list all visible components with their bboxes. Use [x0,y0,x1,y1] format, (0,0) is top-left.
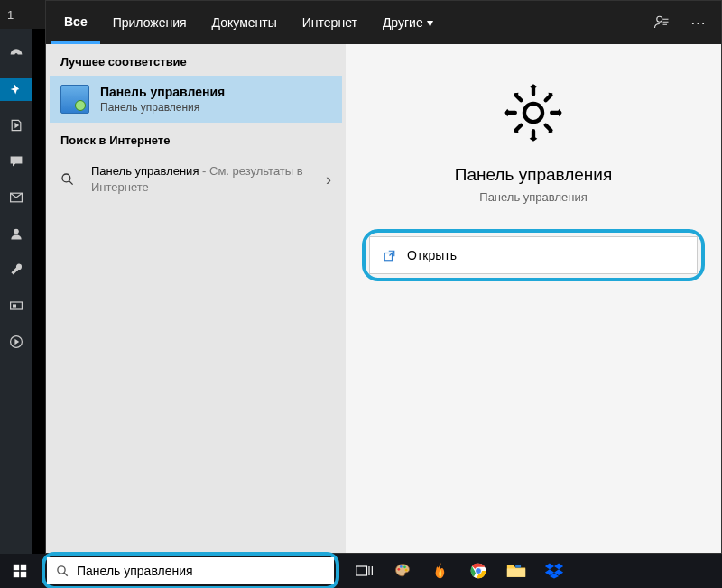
search-icon [56,565,69,578]
control-panel-icon [60,85,89,114]
detail-pane: Панель управления Панель управления Откр… [346,44,721,553]
taskbar-search[interactable] [47,557,334,584]
best-match-subtitle: Панель управления [100,101,225,114]
svg-point-8 [62,174,70,182]
more-options-icon[interactable]: ⋯ [680,1,716,44]
flame-icon[interactable] [430,560,451,582]
search-box-highlight [42,552,339,588]
detail-title: Панель управления [455,165,613,185]
taskbar-pinned [354,560,565,582]
feedback-icon[interactable] [643,1,680,44]
svg-point-16 [58,565,65,573]
search-input[interactable] [77,564,325,578]
best-match-title: Панель управления [100,85,225,99]
svg-point-21 [398,568,401,571]
svg-rect-29 [515,565,521,567]
users-icon[interactable] [0,222,32,245]
tab-more-label: Другие [383,15,423,30]
open-icon [383,249,396,262]
svg-point-3 [14,229,19,234]
tab-all[interactable]: Все [51,1,100,44]
detail-subtitle: Панель управления [479,190,587,204]
svg-point-1 [14,53,17,56]
wp-notif-count: 1 [7,8,14,22]
section-best-match: Лучшее соответствие [46,44,346,76]
paint-icon[interactable] [392,560,413,582]
file-explorer-icon[interactable] [505,560,527,582]
dashboard-icon[interactable] [0,41,32,65]
results-list: Лучшее соответствие Панель управления Па… [46,44,346,553]
tab-docs-label: Документы [212,15,277,30]
section-web-search: Поиск в Интернете [46,123,346,154]
open-button-label: Открыть [407,248,457,262]
tab-web-label: Интернет [302,15,357,30]
svg-rect-14 [14,572,19,577]
open-button-highlight: Открыть [362,229,705,281]
wp-admin-sidebar [0,0,32,554]
slides-icon[interactable] [0,294,32,317]
web-result-item[interactable]: Панель управления - См. результаты в Инт… [46,154,346,205]
svg-rect-12 [14,565,19,570]
svg-point-24 [405,569,408,572]
open-button[interactable]: Открыть [369,236,698,274]
svg-line-17 [64,573,68,576]
svg-rect-13 [21,565,26,570]
tab-all-label: Все [64,14,88,29]
wp-admin-topbar: 1 [0,0,45,29]
task-view-icon[interactable] [354,560,375,582]
tab-apps[interactable]: Приложения [100,1,199,44]
svg-line-9 [69,181,73,185]
svg-point-23 [403,566,406,569]
taskbar [0,554,722,588]
tab-apps-label: Приложения [113,15,187,30]
svg-rect-18 [356,566,367,575]
svg-point-10 [524,104,542,122]
mail-icon[interactable] [0,186,32,209]
search-flyout: Все Приложения Документы Интернет Другие… [45,0,722,554]
search-icon [60,172,80,187]
media-icon[interactable] [0,114,32,137]
search-tabs: Все Приложения Документы Интернет Другие… [46,1,721,44]
svg-rect-5 [13,304,16,307]
chevron-down-icon: ▾ [427,15,433,30]
web-result-text: Панель управления - См. результаты в Инт… [91,163,315,196]
comments-icon[interactable] [0,150,32,173]
play-circle-icon[interactable] [0,330,32,354]
gear-icon [501,80,566,145]
svg-rect-28 [507,568,525,576]
tab-more[interactable]: Другие▾ [370,1,446,44]
best-match-item[interactable]: Панель управления Панель управления [50,76,342,123]
tab-web[interactable]: Интернет [290,1,370,44]
tab-docs[interactable]: Документы [199,1,290,44]
dropbox-icon[interactable] [543,560,565,582]
tools-icon[interactable] [0,258,32,281]
svg-point-22 [400,565,403,568]
chevron-right-icon[interactable]: › [326,170,331,189]
svg-rect-15 [21,572,26,577]
start-button[interactable] [0,554,40,588]
pin-icon[interactable] [0,78,32,101]
chrome-icon[interactable] [467,560,489,582]
web-result-term: Панель управления [91,164,199,178]
svg-point-7 [657,16,662,22]
